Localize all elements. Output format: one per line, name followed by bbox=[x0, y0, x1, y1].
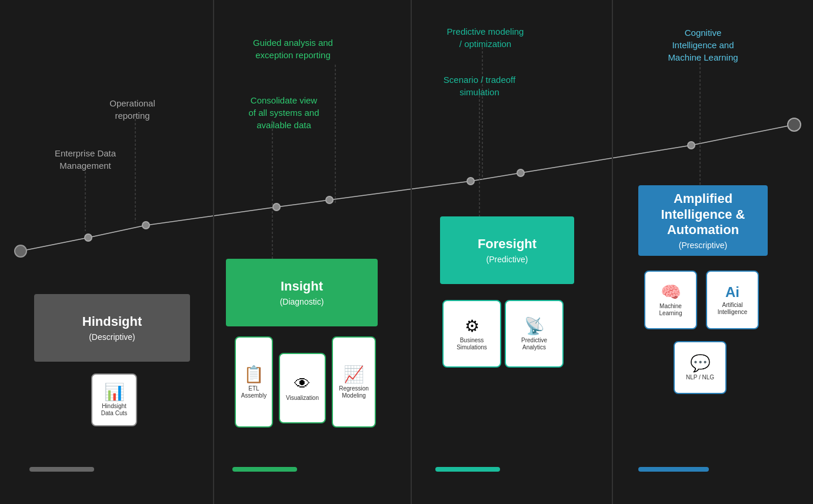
amplified-box-subtitle: (Prescriptive) bbox=[679, 241, 727, 250]
insight-box: Insight(Diagnostic) bbox=[226, 259, 378, 326]
visualization-symbol: 👁 bbox=[294, 376, 311, 392]
ann2a: Guided analysis andexception reporting bbox=[234, 36, 352, 61]
artificial-intelligence: AiArtificialIntelligence bbox=[706, 271, 759, 329]
foresight-box-subtitle: (Predictive) bbox=[487, 255, 528, 264]
dot4b bbox=[787, 118, 801, 132]
ann3b: Scenario / tradeoffsimulation bbox=[424, 74, 535, 98]
business-simulations-label: BusinessSimulations bbox=[457, 337, 487, 351]
machine-learning-symbol: 🧠 bbox=[661, 284, 681, 301]
regression-modeling: 📈RegressionModeling bbox=[332, 336, 376, 428]
etl-assembly: 📋ETLAssembly bbox=[235, 336, 273, 428]
artificial-intelligence-symbol: Ai bbox=[725, 285, 739, 299]
dot1a bbox=[14, 245, 27, 258]
column-divider-div3 bbox=[612, 0, 613, 504]
etl-assembly-symbol: 📋 bbox=[244, 366, 264, 383]
ann4a: CognitiveIntelligence andMachine Learnin… bbox=[641, 26, 765, 64]
dot3a bbox=[467, 177, 475, 185]
regression-modeling-symbol: 📈 bbox=[344, 366, 364, 383]
business-simulations: ⚙BusinessSimulations bbox=[442, 300, 501, 368]
ann3a: Predictive modeling/ optimization bbox=[427, 25, 544, 50]
insight-box-title: Insight bbox=[281, 279, 323, 294]
etl-assembly-label: ETLAssembly bbox=[241, 385, 266, 399]
regression-modeling-label: RegressionModeling bbox=[339, 385, 369, 399]
predictive-analytics: 📡PredictiveAnalytics bbox=[505, 300, 564, 368]
foresight-box-title: Foresight bbox=[478, 236, 537, 252]
business-simulations-symbol: ⚙ bbox=[465, 318, 479, 335]
dot2a bbox=[272, 203, 281, 211]
col3-bottom-bar bbox=[435, 467, 500, 472]
foresight-box: Foresight(Predictive) bbox=[440, 216, 574, 284]
dot1c bbox=[142, 221, 150, 229]
hindsight-box: Hindsight(Descriptive) bbox=[34, 294, 190, 362]
ann2b: Consolidate viewof all systems andavaila… bbox=[226, 94, 341, 131]
main-container: Enterprise DataManagementOperationalrepo… bbox=[0, 0, 813, 504]
nlp-nlg: 💬NLP / NLG bbox=[674, 341, 727, 394]
artificial-intelligence-label: ArtificialIntelligence bbox=[718, 302, 748, 316]
dot4a bbox=[687, 141, 695, 149]
insight-box-subtitle: (Diagnostic) bbox=[280, 297, 324, 306]
column-divider-div1 bbox=[213, 0, 214, 504]
hindsight-box-subtitle: (Descriptive) bbox=[89, 332, 135, 342]
hindsight-data-cuts-symbol: 📊 bbox=[104, 384, 125, 400]
predictive-analytics-symbol: 📡 bbox=[524, 318, 545, 335]
col2-bottom-bar bbox=[232, 467, 297, 472]
dot1b bbox=[84, 233, 92, 242]
hindsight-box-title: Hindsight bbox=[82, 314, 142, 329]
machine-learning-label: MachineLearning bbox=[659, 303, 682, 317]
ann1a: Enterprise DataManagement bbox=[38, 147, 132, 172]
nlp-nlg-symbol: 💬 bbox=[690, 355, 711, 372]
col1-bottom-bar bbox=[29, 467, 94, 472]
dot2b bbox=[325, 196, 334, 204]
col4-bottom-bar bbox=[638, 467, 709, 472]
visualization-label: Visualization bbox=[286, 395, 319, 402]
nlp-nlg-label: NLP / NLG bbox=[686, 374, 714, 381]
hindsight-data-cuts: 📊HindsightData Cuts bbox=[91, 373, 137, 426]
machine-learning: 🧠MachineLearning bbox=[644, 271, 697, 329]
hindsight-data-cuts-label: HindsightData Cuts bbox=[101, 403, 127, 417]
amplified-box-title: AmplifiedIntelligence &Automation bbox=[661, 191, 745, 238]
predictive-analytics-label: PredictiveAnalytics bbox=[521, 337, 547, 351]
ann1b: Operationalreporting bbox=[91, 97, 174, 122]
dot3b bbox=[517, 169, 525, 177]
visualization: 👁Visualization bbox=[279, 353, 326, 423]
amplified-box: AmplifiedIntelligence &Automation(Prescr… bbox=[638, 185, 768, 256]
column-divider-div2 bbox=[411, 0, 412, 504]
